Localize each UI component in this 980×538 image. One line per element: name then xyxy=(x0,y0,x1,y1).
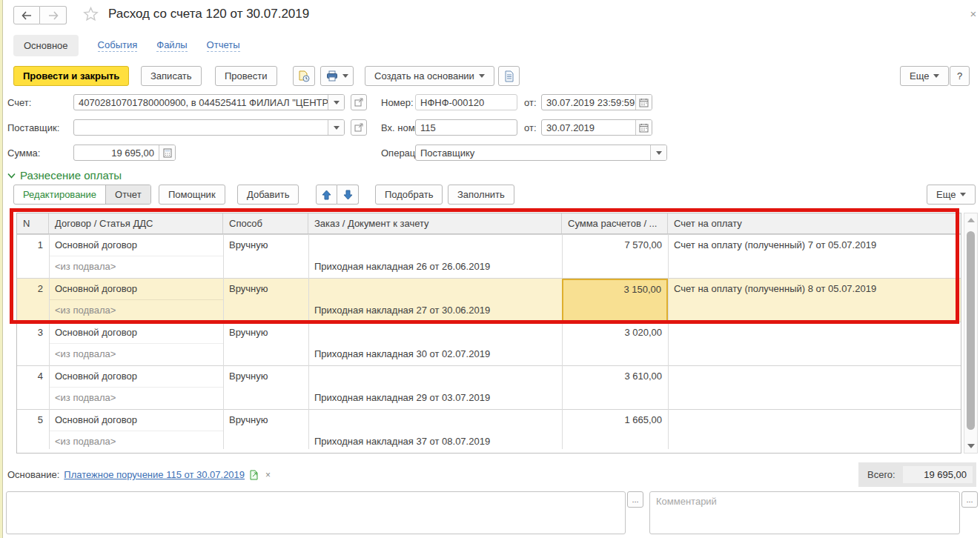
scroll-down-button[interactable] xyxy=(964,439,977,453)
set-posting-time-button[interactable] xyxy=(293,66,315,86)
payments-section-toggle[interactable]: Разнесение оплаты xyxy=(7,169,122,182)
fill-button[interactable]: Заполнить xyxy=(448,185,514,205)
add-row-button[interactable]: Добавить xyxy=(237,185,299,205)
supplier-field[interactable] xyxy=(73,119,345,136)
basis-open-icon[interactable] xyxy=(249,470,259,480)
incoming-date-calendar-button[interactable] xyxy=(635,120,652,135)
assistant-button[interactable]: Помощник xyxy=(159,185,225,205)
cell-doc: Приходная накладная 29 от 03.07.2019 xyxy=(308,388,562,409)
supplier-dropdown-button[interactable] xyxy=(328,120,344,135)
supplier-open-button[interactable] xyxy=(351,119,367,136)
table-row-selected[interactable]: 2 Основной договор <из подвала> Вручную … xyxy=(17,278,961,322)
account-field[interactable]: 40702810701780000900, в 044525411 ФИЛИАЛ… xyxy=(73,94,345,110)
tab-files[interactable]: Файлы xyxy=(156,39,187,52)
create-based-label: Создать на основании xyxy=(374,70,474,82)
pick-button[interactable]: Подобрать xyxy=(375,185,443,205)
close-icon[interactable]: × xyxy=(966,6,980,21)
supplier-label: Поставщик: xyxy=(7,119,59,136)
forward-button[interactable] xyxy=(40,6,67,24)
account-dropdown-button[interactable] xyxy=(328,95,344,110)
create-based-button[interactable]: Создать на основании xyxy=(365,66,494,86)
cell-doc: Приходная накладная 30 от 02.07.2019 xyxy=(308,344,562,365)
tab-main[interactable]: Основное xyxy=(13,35,79,56)
account-open-button[interactable] xyxy=(351,94,367,110)
cell-sub: <из подвала> xyxy=(49,256,223,278)
nav-tabs: Основное События Файлы Отчеты xyxy=(13,34,240,56)
comment-expand-button[interactable]: ... xyxy=(961,491,978,508)
cell-amount: 3 610,00 xyxy=(562,366,668,388)
col-header-amount[interactable]: Сумма расчетов / ... xyxy=(562,213,668,233)
scrollbar-thumb[interactable] xyxy=(967,231,975,430)
move-down-button[interactable] xyxy=(337,185,359,205)
tab-events[interactable]: События xyxy=(98,39,138,52)
table-row[interactable]: 5 Основной договор <из подвала> Вручную … xyxy=(17,409,961,453)
payments-more-caret-icon xyxy=(960,193,966,196)
col-header-invoice[interactable]: Счет на оплату xyxy=(668,213,961,233)
incoming-date-field[interactable]: 30.07.2019 xyxy=(541,119,652,136)
basis-clear-icon[interactable]: × xyxy=(265,470,271,480)
cell-doc: Приходная накладная 26 от 26.06.2019 xyxy=(308,256,562,278)
operation-select[interactable]: Поставщику xyxy=(415,145,667,161)
cell-contract: Основной договор xyxy=(49,410,223,431)
number-date-calendar-button[interactable] xyxy=(635,95,652,110)
report-mode-button[interactable]: Отчет xyxy=(105,185,150,204)
cell-method: Вручную xyxy=(223,410,308,431)
window-edge-strip xyxy=(0,0,3,538)
cell-sub: <из подвала> xyxy=(49,344,223,365)
basis-link[interactable]: Платежное поручение 115 от 30.07.2019 xyxy=(64,469,245,480)
cell-method: Вручную xyxy=(223,322,308,344)
active-amount-cell[interactable]: 3 150,00 xyxy=(562,279,668,322)
amount-field[interactable]: 19 695,00 xyxy=(73,145,176,161)
post-button[interactable]: Провести xyxy=(215,66,277,86)
chevron-down-icon xyxy=(7,173,16,179)
header-more-button[interactable]: Еще xyxy=(900,66,949,86)
write-button[interactable]: Записать xyxy=(141,66,202,86)
post-and-close-button[interactable]: Провести и закрыть xyxy=(13,66,129,86)
cell-contract: Основной договор xyxy=(49,322,223,344)
forward-arrow-icon xyxy=(48,11,59,20)
edit-mode-button[interactable]: Редактирование xyxy=(14,185,105,204)
calendar-icon xyxy=(639,98,649,107)
favorite-star-icon[interactable] xyxy=(83,7,99,24)
back-button[interactable] xyxy=(13,6,40,24)
help-button[interactable]: ? xyxy=(950,66,970,86)
table-vertical-scrollbar[interactable] xyxy=(964,213,978,454)
number-date-field[interactable]: 30.07.2019 23:59:59 xyxy=(541,94,652,110)
incoming-date-label: от: xyxy=(524,119,537,136)
scroll-up-button[interactable] xyxy=(964,213,977,227)
col-header-contract[interactable]: Договор / Статья ДДС xyxy=(49,213,223,233)
comment-placeholder: Комментарий xyxy=(656,496,717,507)
tab-reports[interactable]: Отчеты xyxy=(207,39,240,52)
number-field[interactable]: НФНФ-000120 xyxy=(415,94,517,110)
number-date-label: от: xyxy=(524,94,537,110)
table-row[interactable]: 4 Основной договор <из подвала> Вручную … xyxy=(17,365,961,409)
table-row[interactable]: 1 Основной договор <из подвала> Вручную … xyxy=(17,234,961,278)
cell-invoice: Счет на оплату (полученный) 8 от 05.07.2… xyxy=(668,279,961,300)
cell-contract: Основной договор xyxy=(49,366,223,388)
col-header-n[interactable]: N xyxy=(17,213,49,233)
move-up-button[interactable] xyxy=(316,185,337,205)
document-clock-icon xyxy=(298,70,310,82)
account-value: 40702810701780000900, в 044525411 ФИЛИАЛ… xyxy=(74,97,328,108)
related-documents-button[interactable] xyxy=(498,66,520,86)
cell-amount: 3 020,00 xyxy=(562,322,668,344)
basis-text-area[interactable] xyxy=(6,491,626,534)
incoming-number-field[interactable]: 115 xyxy=(415,119,517,136)
move-row-buttons xyxy=(316,185,359,205)
cell-sub: <из подвала> xyxy=(49,300,223,322)
table-row[interactable]: 3 Основной договор <из подвала> Вручную … xyxy=(17,322,961,365)
payments-more-label: Еще xyxy=(936,189,956,200)
cell-sub: <из подвала> xyxy=(49,431,223,453)
basis-row: Основание: Платежное поручение 115 от 30… xyxy=(7,469,271,480)
payments-more-button[interactable]: Еще xyxy=(927,185,976,205)
col-header-order[interactable]: Заказ / Документ к зачету xyxy=(308,213,562,233)
comment-field[interactable]: Комментарий xyxy=(649,491,960,534)
amount-calculator-button[interactable] xyxy=(159,145,175,160)
basis-text-expand-button[interactable]: ... xyxy=(627,491,643,508)
col-header-method[interactable]: Способ xyxy=(223,213,308,233)
operation-dropdown-button[interactable] xyxy=(650,145,666,160)
document-window: Расход со счета 120 от 30.07.2019 × Осно… xyxy=(0,0,980,538)
print-button[interactable] xyxy=(320,66,354,86)
dropdown-caret-icon xyxy=(334,126,340,130)
amount-label: Сумма: xyxy=(7,145,40,161)
